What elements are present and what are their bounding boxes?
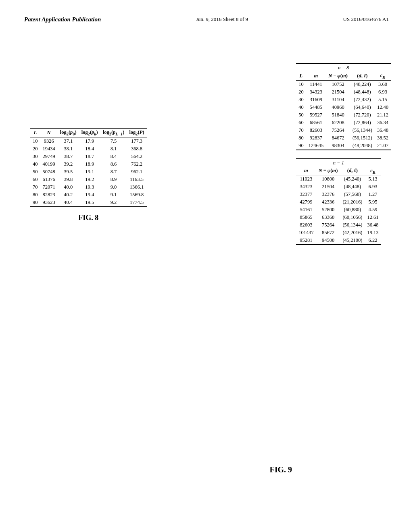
table-left-cell: 40.2 bbox=[58, 191, 79, 199]
table-n1-cell: 32377 bbox=[296, 191, 316, 198]
table-n1-cell: (57,568) bbox=[340, 191, 365, 198]
table-n8-cell: 68561 bbox=[306, 119, 326, 127]
header-center: Jun. 9, 2016 Sheet 8 of 9 bbox=[196, 16, 248, 23]
table-left-cell: 50 bbox=[30, 168, 40, 176]
table-left-cell: 9326 bbox=[40, 137, 58, 145]
table-left: L N log2(p0) log2(pk) log2(pL−1) log2(P)… bbox=[30, 128, 147, 207]
table-n8-cell: 10 bbox=[296, 80, 306, 88]
table-n8-cell: (72,432) bbox=[350, 96, 375, 104]
table-n8-cell: 40960 bbox=[326, 104, 350, 111]
table-left-cell: 8.9 bbox=[100, 176, 127, 183]
header-left: Patent Application Publication bbox=[24, 16, 101, 23]
table-n1-cell: (48,448) bbox=[340, 183, 365, 191]
table-n1-cell: 32376 bbox=[316, 191, 340, 198]
table-left-cell: 39.2 bbox=[58, 160, 79, 168]
table-left-cell: 93623 bbox=[40, 199, 58, 207]
table-left-cell: 30 bbox=[30, 153, 40, 160]
table-left-cell: 19.2 bbox=[79, 176, 100, 183]
n8-col-m: m bbox=[306, 72, 326, 80]
table-n8-cell: 70 bbox=[296, 127, 306, 134]
table-left-cell: 61376 bbox=[40, 176, 58, 183]
table-left-cell: 82823 bbox=[40, 191, 58, 199]
table-n1-cell: 10800 bbox=[316, 175, 340, 183]
table-n8-cell: (56,1512) bbox=[350, 134, 375, 142]
n8-col-cK: cK bbox=[375, 72, 391, 80]
table-n1-cell: 12.61 bbox=[365, 214, 381, 221]
table-n8-cell: 3.60 bbox=[375, 80, 391, 88]
table-n8-cell: 82603 bbox=[306, 127, 326, 134]
n1-col-m: m bbox=[296, 167, 316, 175]
table-n8-cell: 75264 bbox=[326, 127, 350, 134]
n1-col-dl: (d, ℓ) bbox=[340, 167, 365, 175]
table-left-cell: 70 bbox=[30, 183, 40, 191]
table-n1: n = 1 m N = φ(m) (d, ℓ) cK 1102310800(45… bbox=[296, 158, 381, 245]
table-n8-cell: 84672 bbox=[326, 134, 350, 142]
table-n1-cell: 82603 bbox=[296, 221, 316, 229]
table-n8-cell: (48,224) bbox=[350, 80, 375, 88]
table-n8-cell: 60 bbox=[296, 119, 306, 127]
table-n8-cell: 30 bbox=[296, 96, 306, 104]
table-n1-cell: 75264 bbox=[316, 221, 340, 229]
n8-col-dl: (d, ℓ) bbox=[350, 72, 375, 80]
col-log2P: log2(P) bbox=[127, 128, 146, 137]
table-n1-cell: 85672 bbox=[316, 229, 340, 237]
table-n8-cell: 40 bbox=[296, 104, 306, 111]
table-left-cell: 8.1 bbox=[100, 145, 127, 153]
table-n8-cell: 54485 bbox=[306, 104, 326, 111]
n1-col-N: N = φ(m) bbox=[316, 167, 340, 175]
table-n8-cell: 36.34 bbox=[375, 119, 391, 127]
table-left-cell: 18.4 bbox=[79, 145, 100, 153]
table-n8-cell: 92837 bbox=[306, 134, 326, 142]
table-n1-cell: 34323 bbox=[296, 183, 316, 191]
table-n8-cell: 21.12 bbox=[375, 111, 391, 119]
table-n1-section: n = 1 m N = φ(m) (d, ℓ) cK 1102310800(45… bbox=[296, 158, 391, 245]
table-n8-cell: 59527 bbox=[306, 111, 326, 119]
table-n8-cell: (72,864) bbox=[350, 119, 375, 127]
page-header: Patent Application Publication Jun. 9, 2… bbox=[0, 0, 413, 31]
table-left-cell: 1569.8 bbox=[127, 191, 146, 199]
table-left-cell: 20 bbox=[30, 145, 40, 153]
table-left-cell: 40.0 bbox=[58, 183, 79, 191]
table-n8-cell: 80 bbox=[296, 134, 306, 142]
table-left-cell: 9.1 bbox=[100, 191, 127, 199]
table-n1-cell: 85865 bbox=[296, 214, 316, 221]
table-left-cell: 7.5 bbox=[100, 137, 127, 145]
table-left-cell: 19.5 bbox=[79, 199, 100, 207]
table-n1-cell: (60,880) bbox=[340, 206, 365, 214]
table-n8-cell: 51840 bbox=[326, 111, 350, 119]
table-left-cell: 40 bbox=[30, 160, 40, 168]
table-left-cell: 8.6 bbox=[100, 160, 127, 168]
table-left-cell: 80 bbox=[30, 191, 40, 199]
table-n1-cell: 42336 bbox=[316, 198, 340, 206]
table-n8-cell: (56,1344) bbox=[350, 127, 375, 134]
table-n1-cell: 19.13 bbox=[365, 229, 381, 237]
table-n8-cell: 62208 bbox=[326, 119, 350, 127]
table-n8-cell: 6.93 bbox=[375, 88, 391, 96]
table-n8-cell: 12.40 bbox=[375, 104, 391, 111]
table-left-cell: 90 bbox=[30, 199, 40, 207]
table-n1-cell: 6.22 bbox=[365, 237, 381, 245]
table-n1-cell: 11023 bbox=[296, 175, 316, 183]
table-left-cell: 39.8 bbox=[58, 176, 79, 183]
table-n8-section: n = 8 L m N = φ(m) (d, ℓ) cK 10114411075… bbox=[296, 63, 391, 150]
table-left-cell: 18.9 bbox=[79, 160, 100, 168]
table-n1-cell: 101437 bbox=[296, 229, 316, 237]
table-n1-cell: 52800 bbox=[316, 206, 340, 214]
table-left-cell: 19434 bbox=[40, 145, 58, 153]
col-log2pk: log2(pk) bbox=[79, 128, 100, 137]
table-n8-cell: 31104 bbox=[326, 96, 350, 104]
table-left-cell: 72071 bbox=[40, 183, 58, 191]
table-left-cell: 368.8 bbox=[127, 145, 146, 153]
table-n1-cell: (21,2016) bbox=[340, 198, 365, 206]
table-n8-cell: (48,448) bbox=[350, 88, 375, 96]
table-n1-cell: 63360 bbox=[316, 214, 340, 221]
table-n1-cell: 5.95 bbox=[365, 198, 381, 206]
table-left-cell: 50748 bbox=[40, 168, 58, 176]
table-n1-cell: 6.93 bbox=[365, 183, 381, 191]
header-right: US 2016/0164676 A1 bbox=[343, 16, 389, 23]
table-n1-cell: (45,240) bbox=[340, 175, 365, 183]
table-n8: n = 8 L m N = φ(m) (d, ℓ) cK 10114411075… bbox=[296, 63, 391, 150]
table-n8-cell: 10752 bbox=[326, 80, 350, 88]
table-n1-cell: (42,2016) bbox=[340, 229, 365, 237]
table-left-cell: 19.3 bbox=[79, 183, 100, 191]
